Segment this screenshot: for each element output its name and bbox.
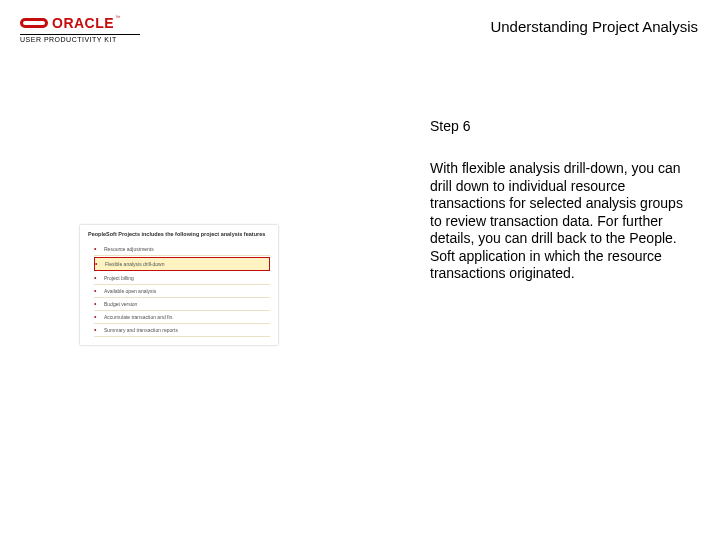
thumb-heading: PeopleSoft Projects includes the followi… <box>88 231 270 237</box>
oracle-wordmark: ORACLE™ <box>52 14 120 32</box>
oracle-logo: ORACLE™ <box>20 14 180 32</box>
page-title: Understanding Project Analysis <box>490 18 698 35</box>
oracle-word: ORACLE <box>52 15 114 31</box>
thumb-item-highlighted: Flexible analysis drill-down <box>94 257 270 271</box>
thumb-item: Available open analysis <box>94 285 270 298</box>
step-label: Step 6 <box>430 118 470 134</box>
brand-subline: USER PRODUCTIVITY KIT <box>20 34 140 43</box>
thumb-item: Resource adjustments <box>94 243 270 256</box>
thumb-item: Project billing <box>94 272 270 285</box>
brand-block: ORACLE™ USER PRODUCTIVITY KIT <box>20 14 180 43</box>
thumb-list: Resource adjustments Flexible analysis d… <box>88 243 270 337</box>
thumb-item: Budget version <box>94 298 270 311</box>
thumb-item: Summary and transaction reports <box>94 324 270 337</box>
feature-list-thumbnail: PeopleSoft Projects includes the followi… <box>80 225 278 345</box>
thumb-item: Accumulate transaction and fin. <box>94 311 270 324</box>
page-root: ORACLE™ USER PRODUCTIVITY KIT Understand… <box>0 0 720 540</box>
trademark-icon: ™ <box>115 14 120 20</box>
body-text: With flexible analysis drill-down, you c… <box>430 160 690 283</box>
oracle-o-icon <box>20 18 48 28</box>
